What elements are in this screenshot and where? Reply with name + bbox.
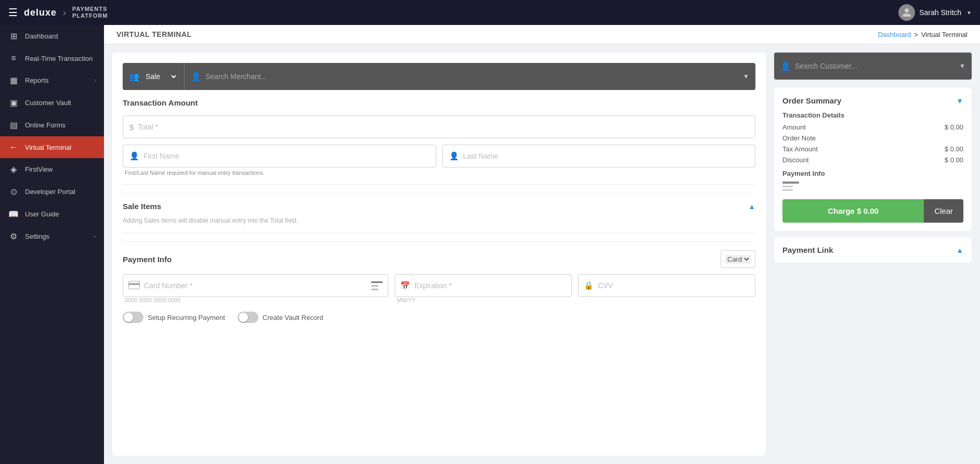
breadcrumb-parent-link[interactable]: Dashboard [878, 31, 911, 38]
search-customer-input[interactable] [795, 62, 959, 70]
customer-search-icon: 👤 [780, 61, 791, 71]
logo: deluxe › PAYMENTS PLATFORM [24, 6, 108, 19]
main-layout: ⊞ Dashboard ≡ Real-Time Transaction ▦ Re… [0, 25, 980, 464]
card-bar-1 [782, 182, 799, 184]
sidebar-item-reports[interactable]: ▦ Reports › [0, 69, 104, 92]
first-name-input[interactable] [143, 152, 429, 160]
breadcrumb-current: Virtual Terminal [921, 31, 968, 38]
calendar-icon: 📅 [400, 281, 410, 290]
merchant-icon: 👤 [191, 72, 201, 82]
sidebar-item-label: Settings [25, 233, 88, 240]
user-guide-icon: 📖 [8, 209, 19, 219]
total-input[interactable] [138, 123, 749, 131]
right-panel: 👤 ▼ Order Summary ▼ Transaction Details … [774, 53, 972, 456]
card-mini-icon [371, 281, 383, 290]
sidebar-item-label: Reports [25, 76, 88, 84]
online-forms-icon: ▤ [8, 120, 19, 130]
user-name: Sarah Stritch [919, 8, 961, 17]
separator-2 [123, 233, 755, 233]
cvv-icon: 🔒 [584, 281, 594, 290]
transaction-type-select[interactable]: Sale Auth Refund [143, 72, 178, 81]
transaction-amount-title: Transaction Amount [123, 98, 755, 107]
customer-dropdown-icon[interactable]: ▼ [959, 62, 965, 70]
logo-subtitle: PAYMENTS PLATFORM [72, 6, 108, 19]
main-form: 👥 Sale Auth Refund 👤 ▼ [112, 53, 766, 456]
recurring-toggle[interactable] [123, 312, 143, 323]
card-number-field [123, 274, 388, 297]
realtime-icon: ≡ [8, 54, 19, 63]
sale-items-section: Sale Items ▲ Adding Sales Items will dis… [123, 193, 755, 224]
breadcrumb-separator: > [914, 31, 918, 38]
user-chevron-icon[interactable]: ▼ [966, 10, 972, 16]
clear-button[interactable]: Clear [924, 199, 963, 223]
vault-toggle[interactable] [238, 312, 258, 323]
card-number-input[interactable] [144, 281, 367, 290]
settings-arrow-icon: › [94, 234, 96, 239]
sidebar-item-label: Virtual Terminal [25, 144, 96, 151]
cvv-wrapper: 🔒 [578, 274, 755, 303]
last-name-container: 👤 [442, 145, 756, 167]
merchant-dropdown-icon[interactable]: ▼ [743, 73, 749, 80]
card-bar-3 [782, 189, 793, 191]
name-field-group: 👤 👤 First/Last Name required for manual … [123, 145, 755, 176]
sidebar-item-customer-vault[interactable]: ▣ Customer Vault [0, 92, 104, 114]
firstview-icon: ◈ [8, 164, 19, 174]
page-header: VIRTUAL TERMINAL Dashboard > Virtual Ter… [104, 25, 980, 44]
recurring-toggle-knob [124, 313, 133, 322]
person-icon [901, 7, 912, 18]
order-row-note: Order Note [782, 134, 963, 142]
cvv-input[interactable] [598, 281, 750, 290]
customer-vault-icon: ▣ [8, 98, 19, 108]
total-field-container: $ [123, 115, 755, 138]
sale-items-title: Sale Items [123, 202, 161, 211]
sidebar-item-label: Developer Portal [25, 188, 96, 196]
payment-link-header: Payment Link ▲ [782, 246, 963, 254]
dashboard-icon: ⊞ [8, 31, 19, 41]
order-row-amount: Amount $ 0.00 [782, 123, 963, 131]
order-value-discount: $ 0.00 [945, 156, 963, 164]
payment-info-header: Payment Info Card ACH [123, 250, 755, 268]
separator-1 [123, 184, 755, 185]
content-area: VIRTUAL TERMINAL Dashboard > Virtual Ter… [104, 25, 980, 464]
recurring-toggle-item: Setup Recurring Payment [123, 312, 225, 323]
sidebar-item-online-forms[interactable]: ▤ Online Forms [0, 114, 104, 136]
order-summary-title: Order Summary [782, 96, 841, 105]
hamburger-button[interactable]: ☰ [8, 6, 18, 19]
expiration-input[interactable] [414, 281, 566, 290]
toggle-row: Setup Recurring Payment Create Vault Rec… [123, 312, 755, 323]
sidebar-item-virtual-terminal[interactable]: ← Virtual Terminal [0, 136, 104, 158]
sidebar-item-settings[interactable]: ⚙ Settings › [0, 225, 104, 248]
person-icon-2: 👤 [449, 151, 459, 161]
order-value-amount: $ 0.00 [945, 123, 963, 131]
app-wrapper: ☰ deluxe › PAYMENTS PLATFORM Sarah Strit… [0, 0, 980, 464]
expiry-hint: MM/YY [397, 297, 572, 303]
logo-text: deluxe [24, 7, 57, 18]
search-merchant-input[interactable] [205, 72, 741, 81]
card-input-row: 0000 0000 0000 0000 📅 MM/YY [123, 274, 755, 303]
settings-icon: ⚙ [8, 231, 19, 241]
order-label-discount: Discount [782, 156, 809, 164]
first-name-container: 👤 [123, 145, 436, 167]
order-label-amount: Amount [782, 123, 806, 131]
toolbar-row: 👥 Sale Auth Refund 👤 ▼ [123, 63, 755, 90]
sidebar-item-user-guide[interactable]: 📖 User Guide [0, 203, 104, 225]
vault-toggle-knob [239, 313, 248, 322]
sidebar-item-label: Customer Vault [25, 99, 96, 107]
vault-toggle-label: Create Vault Record [263, 314, 323, 321]
sidebar-item-label: Real-Time Transaction [25, 55, 96, 62]
order-value-tax: $ 0.00 [945, 145, 963, 153]
cvv-field: 🔒 [578, 274, 755, 297]
payment-type-select[interactable]: Card ACH [725, 255, 751, 264]
sidebar-item-realtime[interactable]: ≡ Real-Time Transaction [0, 47, 104, 69]
order-summary-chevron-icon[interactable]: ▼ [956, 97, 963, 105]
order-label-tax: Tax Amount [782, 145, 818, 153]
name-input-row: 👤 👤 [123, 145, 755, 167]
charge-button[interactable]: Charge $ 0.00 [782, 199, 924, 223]
payment-link-chevron-icon[interactable]: ▲ [956, 246, 963, 254]
sidebar-item-firstview[interactable]: ◈ FirstView [0, 158, 104, 181]
sale-items-collapse-icon[interactable]: ▲ [748, 202, 755, 211]
sidebar-item-developer-portal[interactable]: ⊙ Developer Portal [0, 181, 104, 203]
last-name-input[interactable] [463, 152, 749, 160]
sidebar-item-dashboard[interactable]: ⊞ Dashboard [0, 25, 104, 47]
sale-items-header: Sale Items ▲ [123, 202, 755, 211]
